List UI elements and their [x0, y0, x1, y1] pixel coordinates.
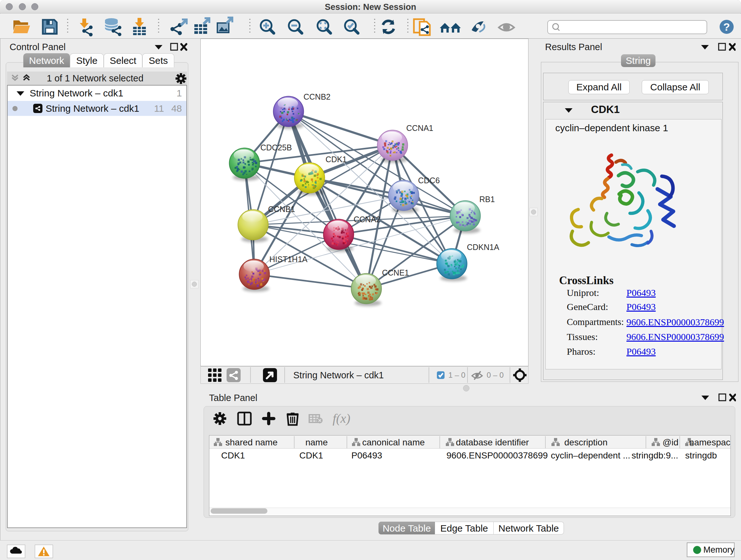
svg-text:cyclin–dependent ...: cyclin–dependent ... [551, 450, 630, 460]
svg-text:f(x): f(x) [333, 411, 350, 426]
svg-text:stringdb:9...: stringdb:9... [631, 450, 678, 460]
svg-text:9606.ENSP00000378699: 9606.ENSP00000378699 [447, 450, 548, 460]
svg-text:canonical name: canonical name [362, 437, 425, 447]
svg-text:RB1: RB1 [479, 195, 495, 204]
svg-text:@id: @id [663, 437, 678, 447]
svg-text:1 – 0: 1 – 0 [448, 371, 465, 379]
svg-text:shared name: shared name [225, 437, 277, 447]
svg-text:CDK1: CDK1 [221, 450, 245, 460]
svg-text:CCNA2: CCNA2 [354, 215, 381, 224]
svg-text:?: ? [724, 21, 730, 33]
svg-text:description: description [564, 437, 607, 447]
svg-text:CDC25B: CDC25B [260, 143, 292, 152]
svg-text:String Network – cdk1: String Network – cdk1 [293, 370, 384, 380]
svg-text:name: name [306, 437, 328, 447]
svg-text:CCNA1: CCNA1 [406, 124, 433, 132]
svg-text:CCNB1: CCNB1 [268, 205, 295, 213]
svg-text:P06493: P06493 [351, 450, 382, 460]
svg-text:stringdb: stringdb [685, 450, 717, 460]
svg-text:database identifier: database identifier [456, 437, 529, 447]
svg-text:CCNE1: CCNE1 [382, 268, 409, 277]
svg-text:CDKN1A: CDKN1A [467, 243, 499, 252]
svg-text:CDK1: CDK1 [299, 450, 323, 460]
svg-text:CDK1: CDK1 [326, 155, 347, 164]
svg-text:HIST1H1A: HIST1H1A [269, 255, 308, 264]
svg-text:CDC6: CDC6 [418, 176, 440, 185]
svg-text:namespace: namespace [689, 437, 731, 447]
svg-text:0 – 0: 0 – 0 [487, 371, 503, 379]
svg-text:CCNB2: CCNB2 [304, 92, 331, 101]
